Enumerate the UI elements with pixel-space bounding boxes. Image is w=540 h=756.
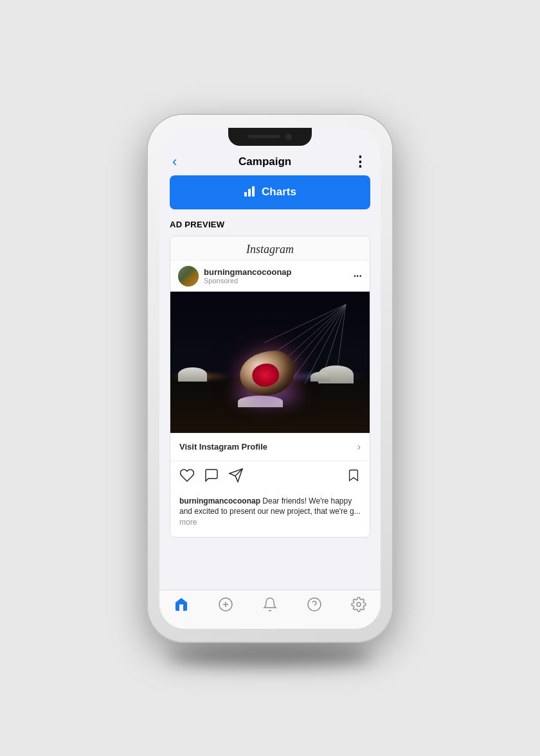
phone-screen: ‹ Campaign ⋮ Charts bbox=[159, 128, 381, 629]
post-actions bbox=[170, 461, 370, 493]
svg-point-16 bbox=[308, 598, 321, 611]
screen-content: ‹ Campaign ⋮ Charts bbox=[159, 146, 381, 629]
nav-notifications[interactable] bbox=[262, 597, 278, 616]
instagram-wordmark: Instagram bbox=[170, 236, 370, 261]
visit-bar-text: Visit Instagram Profile bbox=[179, 442, 267, 452]
post-sponsored-label: Sponsored bbox=[204, 277, 348, 285]
main-sculpture bbox=[240, 351, 294, 396]
nav-home[interactable] bbox=[174, 597, 189, 616]
nav-settings[interactable] bbox=[351, 597, 366, 616]
post-username: burningmancocoonap bbox=[204, 267, 348, 277]
dome-left bbox=[178, 367, 207, 382]
post-more-button[interactable]: ··· bbox=[354, 270, 362, 282]
charts-label: Charts bbox=[262, 186, 296, 198]
bell-icon bbox=[262, 597, 278, 616]
visit-chevron-icon: › bbox=[357, 441, 361, 453]
charts-icon bbox=[244, 184, 256, 200]
phone-wrapper: ‹ Campaign ⋮ Charts bbox=[135, 102, 405, 655]
svg-line-9 bbox=[266, 304, 345, 357]
phone-body: ‹ Campaign ⋮ Charts bbox=[148, 115, 392, 642]
app-header: ‹ Campaign ⋮ bbox=[159, 146, 381, 175]
post-image bbox=[170, 292, 370, 433]
caption-username: burningmancocoonap bbox=[179, 497, 260, 505]
share-icon[interactable] bbox=[228, 468, 244, 487]
svg-line-10 bbox=[264, 304, 345, 342]
speaker-icon bbox=[248, 135, 280, 138]
bookmark-icon[interactable] bbox=[346, 468, 361, 486]
page-title: Campaign bbox=[239, 155, 291, 168]
home-icon bbox=[174, 597, 189, 616]
ad-card: Instagram burningmancocoonap Sponsored ·… bbox=[170, 236, 370, 538]
comment-icon[interactable] bbox=[204, 468, 219, 487]
ad-preview-section: AD PREVIEW Instagram burningmancocoonap … bbox=[159, 220, 381, 590]
settings-icon bbox=[351, 597, 366, 616]
caption-more[interactable]: more bbox=[179, 518, 197, 527]
post-caption: burningmancocoonap Dear friends! We're h… bbox=[170, 493, 370, 537]
help-icon bbox=[307, 597, 322, 616]
svg-rect-1 bbox=[248, 189, 251, 197]
phone-shadow bbox=[167, 647, 373, 666]
more-button[interactable]: ⋮ bbox=[353, 154, 368, 170]
svg-rect-2 bbox=[252, 186, 255, 197]
back-button[interactable]: ‹ bbox=[172, 154, 177, 170]
camera-icon bbox=[285, 134, 292, 140]
charts-button[interactable]: Charts bbox=[170, 175, 370, 209]
post-header: burningmancocoonap Sponsored ··· bbox=[170, 261, 370, 292]
dome-center-right bbox=[310, 372, 330, 382]
svg-point-18 bbox=[357, 602, 361, 606]
post-info: burningmancocoonap Sponsored bbox=[204, 267, 348, 285]
bottom-nav bbox=[159, 590, 381, 629]
like-icon[interactable] bbox=[179, 468, 195, 487]
avatar bbox=[178, 266, 199, 286]
ad-preview-title: AD PREVIEW bbox=[170, 220, 370, 229]
add-icon bbox=[218, 597, 233, 616]
visit-bar[interactable]: Visit Instagram Profile › bbox=[170, 433, 370, 461]
notch bbox=[228, 128, 312, 146]
nav-add[interactable] bbox=[218, 597, 233, 616]
svg-rect-0 bbox=[244, 192, 247, 197]
nav-help[interactable] bbox=[307, 597, 322, 616]
